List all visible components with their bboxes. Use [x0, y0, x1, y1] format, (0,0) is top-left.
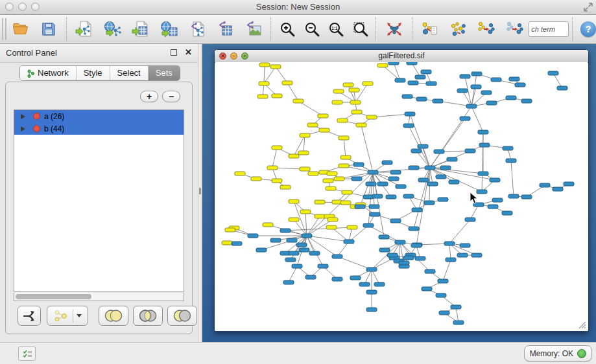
zoom-selected-region-button[interactable]	[348, 16, 372, 42]
float-panel-icon[interactable]	[171, 49, 177, 56]
status-bar: Memory: OK	[0, 342, 596, 364]
save-floppy-icon	[40, 21, 57, 38]
close-panel-icon[interactable]: ✕	[185, 47, 192, 58]
mouse-cursor	[470, 192, 478, 204]
hide-selected-icon	[477, 20, 495, 38]
set-color-dot-icon	[33, 113, 40, 120]
toolbar-separator	[66, 17, 67, 41]
tab-network[interactable]: Network	[20, 66, 77, 80]
select-first-neighbors-button[interactable]	[444, 16, 472, 42]
set-label: b (44)	[44, 124, 64, 133]
venn-union-icon	[103, 308, 124, 323]
import-network-file-icon	[75, 20, 93, 38]
horizontal-scrollbar[interactable]	[14, 293, 184, 301]
open-session-button[interactable]	[6, 16, 34, 42]
venn-intersection-icon	[137, 308, 158, 323]
network-canvas[interactable]	[215, 62, 588, 330]
window-title: Session: New Session	[0, 2, 596, 12]
tab-label: Style	[84, 66, 102, 80]
toolbar-separator	[270, 17, 272, 41]
apply-preferred-layout-button[interactable]	[380, 16, 408, 42]
export-image-button[interactable]	[239, 16, 267, 42]
network-desktop: ✕ − + galFiltered.sif	[202, 44, 596, 342]
import-table-from-file-button[interactable]	[127, 16, 155, 42]
list-item-set-a[interactable]: a (26)	[14, 110, 184, 122]
zoom-selected-region-icon	[352, 21, 369, 38]
set-label: a (26)	[44, 112, 64, 121]
difference-sets-button[interactable]	[167, 306, 197, 326]
tab-label: Sets	[156, 66, 173, 80]
nodes-set-icon	[54, 310, 69, 322]
task-list-icon	[22, 349, 32, 358]
export-table-icon	[216, 20, 234, 38]
tab-sets[interactable]: Sets	[149, 66, 180, 80]
combo-divider	[73, 310, 73, 323]
tab-style[interactable]: Style	[77, 66, 110, 80]
control-panel-header: Control Panel ✕	[0, 44, 198, 63]
new-network-from-selection-button[interactable]	[416, 16, 444, 42]
sets-actions	[18, 306, 202, 326]
toolbar-drag-grip[interactable]	[2, 18, 6, 40]
create-set-combo-button[interactable]	[47, 306, 88, 326]
scrollbar-thumb[interactable]	[16, 294, 91, 299]
main-toolbar: 1:1 ?	[0, 15, 596, 44]
expand-triangle-icon[interactable]	[21, 114, 25, 119]
zoom-actual-size-button[interactable]: 1:1	[324, 16, 348, 42]
sets-list: a (26) b (44)	[14, 109, 184, 292]
sets-panel: + − a (26) b (44)	[5, 82, 193, 334]
dropdown-caret-icon[interactable]	[77, 314, 82, 317]
union-sets-button[interactable]	[99, 306, 128, 326]
zoom-in-icon	[279, 21, 296, 38]
toolbar-separator	[572, 17, 573, 41]
layout-icon	[385, 20, 403, 38]
tab-label: Select	[117, 66, 141, 80]
svg-text:1:1: 1:1	[331, 26, 338, 30]
remove-set-button[interactable]: −	[162, 91, 180, 102]
tab-select[interactable]: Select	[110, 66, 149, 80]
zoom-out-button[interactable]	[300, 16, 324, 42]
hide-selected-button[interactable]	[473, 16, 501, 42]
memory-status-button[interactable]: Memory: OK	[524, 345, 592, 361]
intersect-sets-button[interactable]	[133, 306, 163, 326]
expand-triangle-icon[interactable]	[21, 126, 25, 131]
import-network-from-web-button[interactable]	[99, 16, 126, 42]
show-all-button[interactable]	[501, 16, 529, 42]
add-set-button[interactable]: +	[140, 91, 158, 102]
select-first-neighbors-icon	[449, 20, 468, 38]
toolbar-separator	[375, 17, 377, 41]
import-table-web-icon	[160, 20, 178, 38]
import-table-from-web-button[interactable]	[155, 16, 183, 42]
new-network-from-selection-icon	[421, 20, 439, 38]
tab-label: Network	[38, 66, 69, 80]
import-network-web-icon	[104, 20, 122, 38]
export-network-button[interactable]	[183, 16, 211, 42]
search-input[interactable]	[529, 21, 569, 37]
zoom-actual-size-icon: 1:1	[328, 21, 344, 38]
show-all-icon	[506, 20, 524, 38]
control-panel-tabs: Network Style Select Sets	[19, 65, 180, 81]
memory-status-label: Memory: OK	[530, 349, 573, 358]
zoom-out-icon	[304, 21, 320, 38]
network-view-window[interactable]: ✕ − + galFiltered.sif	[214, 49, 589, 332]
venn-difference-icon	[172, 308, 193, 323]
export-table-button[interactable]	[211, 16, 239, 42]
zoom-in-button[interactable]	[275, 16, 299, 42]
export-image-icon	[244, 20, 263, 38]
control-panel-title: Control Panel	[6, 48, 57, 58]
import-network-from-file-button[interactable]	[71, 16, 99, 42]
resize-grip-icon[interactable]	[578, 321, 586, 329]
list-item-set-b[interactable]: b (44)	[14, 122, 184, 135]
app-titlebar[interactable]: Session: New Session	[0, 0, 596, 15]
control-panel: Control Panel ✕ Network Style Select Set…	[0, 44, 198, 342]
network-graph[interactable]	[215, 62, 588, 330]
network-tab-icon	[27, 69, 34, 78]
fullscreen-icon[interactable]	[584, 3, 593, 12]
help-button[interactable]: ?	[580, 21, 596, 37]
split-set-button[interactable]	[18, 306, 41, 326]
panel-splitter[interactable]	[198, 44, 202, 342]
task-history-button[interactable]	[18, 347, 36, 361]
save-session-button[interactable]	[34, 16, 62, 42]
splitter-grip[interactable]	[199, 188, 201, 194]
import-table-file-icon	[132, 20, 150, 38]
network-window-titlebar[interactable]: ✕ − + galFiltered.sif	[215, 50, 588, 63]
